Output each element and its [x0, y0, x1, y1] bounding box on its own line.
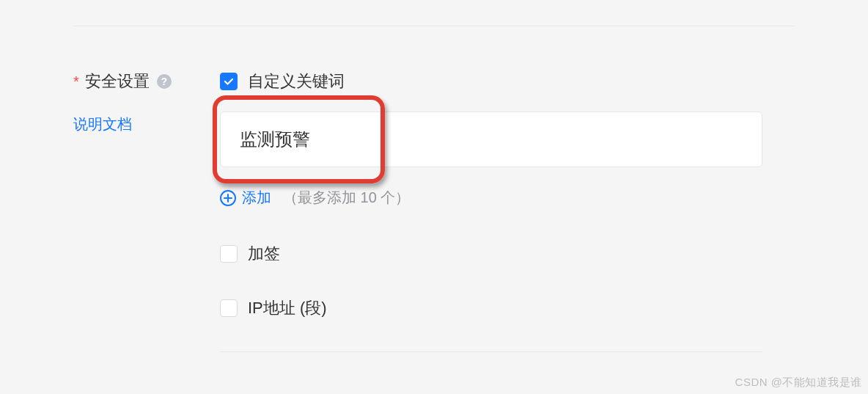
security-settings-row: * 安全设置 ? 说明文档 自定义关键词: [73, 70, 795, 352]
add-keyword-hint: （最多添加 10 个）: [283, 188, 410, 208]
divider-top: [73, 26, 795, 26]
help-icon[interactable]: ?: [157, 74, 172, 89]
sign-checkbox[interactable]: [220, 245, 238, 263]
section-label: 安全设置: [85, 70, 150, 92]
ip-range-label: IP地址 (段): [248, 297, 327, 319]
add-keyword-button[interactable]: 添加: [242, 188, 271, 208]
plus-circle-icon[interactable]: [220, 190, 236, 206]
documentation-link[interactable]: 说明文档: [73, 114, 132, 134]
ip-range-checkbox[interactable]: [220, 299, 238, 317]
divider-bottom: [220, 351, 762, 352]
keyword-input[interactable]: [220, 112, 762, 167]
check-icon: [223, 76, 235, 87]
custom-keyword-checkbox[interactable]: [220, 73, 238, 90]
custom-keyword-label: 自定义关键词: [248, 70, 345, 92]
required-indicator: *: [73, 73, 79, 90]
sign-label: 加签: [248, 243, 280, 265]
watermark: CSDN @不能知道我是谁: [735, 376, 862, 390]
